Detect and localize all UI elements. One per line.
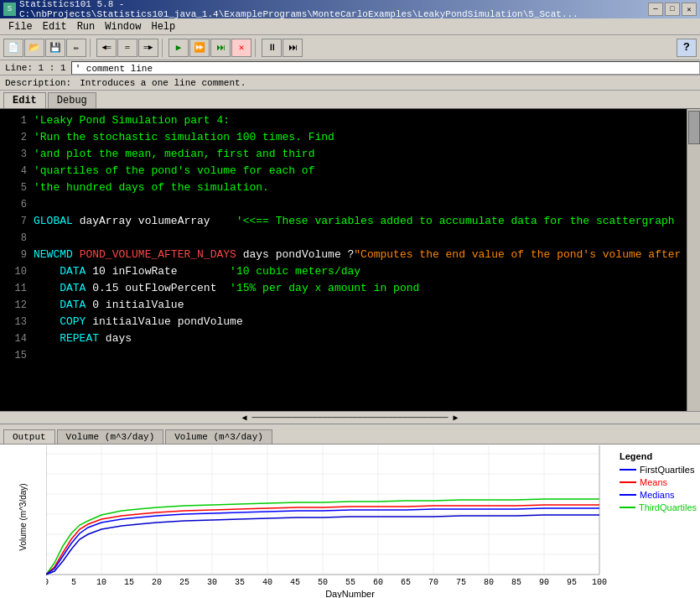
code-line-6: 6 xyxy=(0,196,700,213)
legend-label-means: Means xyxy=(640,477,667,487)
menu-run[interactable]: Run xyxy=(72,20,101,34)
means-color xyxy=(620,481,636,483)
desc-label: Description: xyxy=(0,78,76,88)
svg-text:55: 55 xyxy=(345,578,355,587)
svg-text:50: 50 xyxy=(318,578,328,587)
maximize-button[interactable]: □ xyxy=(665,3,680,16)
editor-tabs: Edit Debug xyxy=(0,91,700,109)
svg-text:60: 60 xyxy=(373,578,383,587)
minimize-button[interactable]: ─ xyxy=(648,3,663,16)
legend-item-first: FirstQuartiles xyxy=(620,465,697,475)
indent-button[interactable]: ═ xyxy=(117,39,137,57)
code-line-10: 10 DATA 10 inFlowRate '10 cubic meters/d… xyxy=(0,263,700,280)
svg-text:5: 5 xyxy=(71,578,76,587)
menu-edit[interactable]: Edit xyxy=(38,20,72,34)
code-line-5: 5 'the hundred days of the simulation. xyxy=(0,179,700,196)
app-icon: S xyxy=(3,3,16,16)
skip-button[interactable]: ⏭ xyxy=(283,39,303,57)
code-editor[interactable]: 1 'Leaky Pond Simulation part 4: 2 'Run … xyxy=(0,109,700,411)
output-section: Output Volume (m^3/day) Volume (m^3/day)… xyxy=(0,424,700,598)
svg-text:65: 65 xyxy=(401,578,411,587)
edit-button[interactable]: ✏️ xyxy=(66,39,86,57)
output-tab-vol2[interactable]: Volume (m^3/day) xyxy=(165,429,272,444)
legend-item-third: ThirdQuartiles xyxy=(620,502,697,512)
indent-left-button[interactable]: ◀═ xyxy=(96,39,117,57)
statusline: Line: 1 : 1 ' comment line xyxy=(0,60,700,75)
line-label: Line: 1 : 1 xyxy=(0,63,71,73)
code-line-13: 13 COPY initialValue pondVolume xyxy=(0,314,700,330)
scrollbar-thumb[interactable] xyxy=(688,111,700,144)
chart-svg: 70 60 50 40 30 20 10 0 5 10 15 20 25 30 … xyxy=(46,445,616,589)
chart-container: Volume (m^3/day) xyxy=(0,445,700,589)
horizontal-scrollbar[interactable]: ◀ ──────────────────────────────────────… xyxy=(0,411,700,424)
third-quartiles-color xyxy=(620,507,635,508)
svg-text:85: 85 xyxy=(511,578,521,587)
menu-file[interactable]: File xyxy=(3,20,38,34)
svg-text:20: 20 xyxy=(152,578,162,587)
vertical-scrollbar[interactable] xyxy=(687,109,700,411)
svg-text:45: 45 xyxy=(290,578,300,587)
tab-edit[interactable]: Edit xyxy=(3,92,46,108)
svg-text:30: 30 xyxy=(207,578,217,587)
code-line-11: 11 DATA 0.15 outFlowPercent '15% per day… xyxy=(0,280,700,297)
code-line-7: 7 GLOBAL dayArray volumeArray '<<== Thes… xyxy=(0,213,700,230)
legend-item-means: Means xyxy=(620,477,697,487)
close-button[interactable]: ✕ xyxy=(682,3,697,16)
svg-text:25: 25 xyxy=(179,578,189,587)
svg-text:0: 0 xyxy=(46,578,49,587)
toolbar-separator-1 xyxy=(90,39,93,57)
code-line-12: 12 DATA 0 initialValue xyxy=(0,297,700,314)
legend-item-medians: Medians xyxy=(620,490,697,500)
code-line-8: 8 xyxy=(0,230,700,247)
svg-text:80: 80 xyxy=(484,578,494,587)
code-line-2: 2 'Run the stochastic simulation 100 tim… xyxy=(0,129,700,146)
pause-button[interactable]: ⏸ xyxy=(262,39,282,57)
run-end-button[interactable]: ⏭ xyxy=(210,39,231,57)
code-line-4: 4 'quartiles of the pond's volume for ea… xyxy=(0,163,700,179)
run-start-button[interactable]: ▶ xyxy=(169,39,189,57)
toolbar-separator-2 xyxy=(162,39,165,57)
first-quartiles-color xyxy=(620,469,636,471)
titlebar: S Statistics101 5.8 - C:\nbProjects\Stat… xyxy=(0,0,700,18)
open-button[interactable]: 📂 xyxy=(24,39,44,57)
legend-label-first: FirstQuartiles xyxy=(640,465,694,475)
menu-help[interactable]: Help xyxy=(146,20,180,34)
menu-window[interactable]: Window xyxy=(100,20,146,34)
new-button[interactable]: 📄 xyxy=(3,39,23,57)
svg-text:15: 15 xyxy=(124,578,134,587)
toolbar: 📄 📂 💾 ✏️ ◀═ ═ ═▶ ▶ ⏩ ⏭ ✕ ⏸ ⏭ ? xyxy=(0,35,700,60)
code-line-14: 14 REPEAT days xyxy=(0,330,700,347)
chart-main: 70 60 50 40 30 20 10 0 5 10 15 20 25 30 … xyxy=(46,445,616,589)
tab-debug[interactable]: Debug xyxy=(48,92,96,108)
output-tab-main[interactable]: Output xyxy=(3,429,55,444)
legend-title: Legend xyxy=(620,451,697,461)
status-value: ' comment line xyxy=(71,61,700,75)
help-button[interactable]: ? xyxy=(677,39,697,57)
legend-label-third: ThirdQuartiles xyxy=(639,502,697,512)
indent-right-button[interactable]: ═▶ xyxy=(138,39,158,57)
run-step-button[interactable]: ⏩ xyxy=(189,39,210,57)
menubar: File Edit Run Window Help xyxy=(0,18,700,35)
svg-text:100: 100 xyxy=(592,578,607,587)
medians-color xyxy=(620,494,636,496)
svg-text:90: 90 xyxy=(539,578,549,587)
svg-text:40: 40 xyxy=(262,578,272,587)
code-line-9: 9 NEWCMD POND_VOLUME_AFTER_N_DAYS days p… xyxy=(0,247,700,263)
titlebar-title: Statistics101 5.8 - C:\nbProjects\Statis… xyxy=(19,0,648,19)
svg-text:70: 70 xyxy=(428,578,438,587)
code-line-1: 1 'Leaky Pond Simulation part 4: xyxy=(0,112,700,129)
desc-value: Introduces a one line comment. xyxy=(76,78,249,88)
yaxis-label: Volume (m^3/day) xyxy=(18,483,28,550)
code-line-15: 15 xyxy=(0,347,700,364)
svg-text:35: 35 xyxy=(235,578,245,587)
stop-button[interactable]: ✕ xyxy=(231,39,251,57)
output-tab-vol1[interactable]: Volume (m^3/day) xyxy=(57,429,164,444)
legend-label-medians: Medians xyxy=(640,490,675,500)
save-button[interactable]: 💾 xyxy=(45,39,65,57)
descline: Description: Introduces a one line comme… xyxy=(0,75,700,91)
code-line-3: 3 'and plot the mean, median, first and … xyxy=(0,146,700,163)
xaxis-label: DayNumber xyxy=(0,589,700,598)
svg-text:75: 75 xyxy=(456,578,466,587)
toolbar-separator-3 xyxy=(255,39,258,57)
chart-legend: Legend FirstQuartiles Means Medians Thir… xyxy=(616,445,700,589)
